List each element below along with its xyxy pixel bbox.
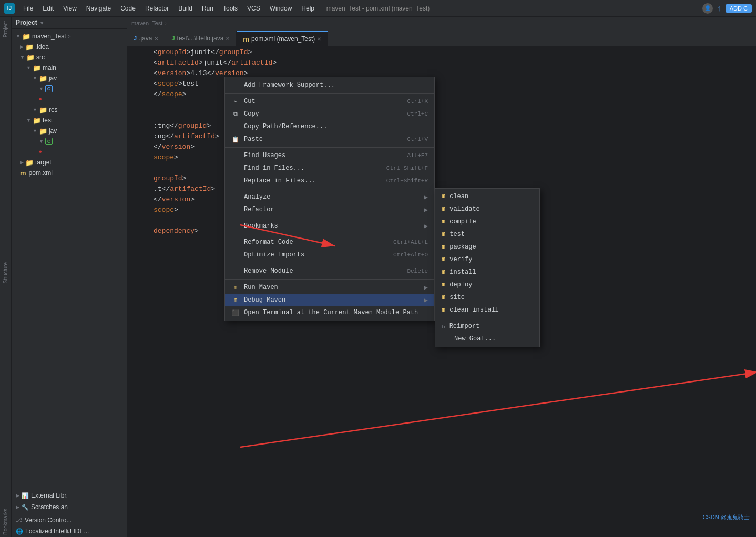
maven-clean-install-label: clean install — [449, 306, 499, 314]
maven-reimport[interactable]: ↻ Reimport — [435, 320, 539, 333]
ctx-debug-maven[interactable]: m Debug Maven ▶ — [225, 294, 434, 306]
ctx-analyze[interactable]: Analyze ▶ — [225, 191, 434, 203]
ctx-paste[interactable]: 📋 Paste Ctrl+V — [225, 133, 434, 146]
menu-navigate[interactable]: Navigate — [82, 3, 115, 14]
tree-class-g[interactable]: ▼ C — [12, 136, 127, 147]
tab-pom-close[interactable]: ✕ — [317, 36, 321, 42]
maven-deploy-label: deploy — [449, 281, 472, 288]
maven-clean[interactable]: m clean — [435, 190, 539, 203]
ctx-cut[interactable]: ✂ Cut Ctrl+X — [225, 95, 434, 108]
run-maven-icon: m — [231, 283, 240, 292]
menu-vcs[interactable]: VCS — [243, 3, 264, 14]
panel-chevron[interactable]: ▼ — [39, 20, 45, 26]
menu-build[interactable]: Build — [174, 3, 197, 14]
title-bar-right: 👤 ↑ ADD C — [702, 3, 752, 14]
tab-java1[interactable]: J .java ✕ — [127, 31, 165, 46]
terminal-icon: ⬛ — [231, 308, 240, 317]
xml-text: junit — [190, 48, 211, 56]
sidebar-tab-bookmarks[interactable]: Bookmarks — [2, 507, 9, 537]
ctx-run-maven[interactable]: m Run Maven ▶ — [225, 281, 434, 294]
menu-window[interactable]: Window — [265, 3, 297, 14]
left-sidebar-tabs: Project Structure Bookmarks — [0, 17, 12, 537]
maven-package[interactable]: m package — [435, 241, 539, 253]
menu-refactor[interactable]: Refactor — [141, 3, 173, 14]
maven-validate[interactable]: m validate — [435, 203, 539, 215]
menu-run[interactable]: Run — [198, 3, 218, 14]
menu-edit[interactable]: Edit — [38, 3, 58, 14]
xml-t9: artifactId — [170, 185, 211, 193]
tree-test[interactable]: ▼ 📁 test — [12, 115, 127, 126]
version-control-item[interactable]: ⎇ Version Contro... — [12, 514, 127, 525]
ctx-reformat[interactable]: Reformat Code Ctrl+Alt+L — [225, 236, 434, 249]
tree-res[interactable]: ▼ 📁 res — [12, 105, 127, 115]
maven-new-goal[interactable]: New Goal... — [435, 333, 539, 345]
user-avatar[interactable]: 👤 — [702, 3, 713, 14]
xml-txt: junit — [203, 59, 223, 67]
ctx-open-terminal[interactable]: ⬛ Open Terminal at the Current Maven Mod… — [225, 306, 434, 319]
add-button[interactable]: ADD C — [726, 4, 752, 13]
maven-site[interactable]: m site — [435, 291, 539, 304]
tree-scratches[interactable]: ▶ 🔧 Scratches an — [12, 501, 127, 513]
editor-content[interactable]: <groupId>junit</groupId> <artifactId>jun… — [127, 46, 756, 537]
maven-verify[interactable]: m verify — [435, 253, 539, 266]
tree-target[interactable]: ▶ 📁 target — [12, 157, 127, 168]
tree-idea-label: .idea — [35, 43, 49, 50]
title-bar: IJ File Edit View Navigate Code Refactor… — [0, 0, 756, 17]
maven-new-goal-label: New Goal... — [454, 335, 496, 343]
sidebar-tab-structure[interactable]: Structure — [2, 260, 9, 286]
tree-pom[interactable]: m pom.xml — [12, 168, 127, 178]
ctx-remove-module[interactable]: Remove Module Delete — [225, 265, 434, 277]
maven-deploy[interactable]: m deploy — [435, 278, 539, 291]
tree-class-c[interactable]: ▼ C — [12, 84, 127, 94]
tree-file-red[interactable]: • — [12, 94, 127, 105]
maven-reimport-label: Reimport — [449, 323, 480, 330]
tab-java2[interactable]: J test\...\Hello.java ✕ — [165, 31, 237, 46]
tab-java2-close[interactable]: ✕ — [226, 36, 230, 42]
ctx-add-framework[interactable]: Add Framework Support... — [225, 79, 434, 91]
menu-help[interactable]: Help — [297, 3, 319, 14]
ctx-sep-1 — [225, 93, 434, 94]
ctx-find-in-files[interactable]: Find in Files... Ctrl+Shift+F — [225, 162, 434, 174]
maven-submenu: m clean m validate m compile m test m — [435, 188, 540, 347]
tree-test-red[interactable]: • — [12, 147, 127, 157]
intellij-item[interactable]: 🌐 Localized IntelliJ IDE... — [12, 525, 127, 537]
maven-test[interactable]: m test — [435, 228, 539, 241]
menu-tools[interactable]: Tools — [219, 3, 242, 14]
xml-t2: artifactId — [231, 59, 272, 67]
code-line-6 — [127, 101, 756, 111]
ctx-find-usages-shortcut: Alt+F7 — [407, 152, 428, 159]
ctx-copy[interactable]: ⧉ Copy Ctrl+C — [225, 108, 434, 120]
maven-compile[interactable]: m compile — [435, 215, 539, 228]
menu-code[interactable]: Code — [116, 3, 140, 14]
ctx-replace-in-files[interactable]: Replace in Files... Ctrl+Shift+R — [225, 174, 434, 187]
menu-file[interactable]: File — [19, 3, 37, 14]
ctx-refactor[interactable]: Refactor ▶ — [225, 203, 434, 216]
tree-main-java[interactable]: ▼ 📁 jav — [12, 73, 127, 84]
ctx-optimize[interactable]: Optimize Imports Ctrl+Alt+O — [225, 249, 434, 261]
scratch-icon: 🔧 — [22, 504, 29, 511]
maven-install[interactable]: m install — [435, 266, 539, 278]
menu-view[interactable]: View — [59, 3, 81, 14]
sidebar-tab-project[interactable]: Project — [2, 19, 9, 39]
maven-clean-install[interactable]: m clean install — [435, 304, 539, 316]
update-icon[interactable]: ↑ — [717, 4, 721, 13]
tree-external-libs[interactable]: ▶ 📊 External Libr. — [12, 490, 127, 501]
tree-test-java[interactable]: ▼ 📁 jav — [12, 126, 127, 136]
tree-res-label: res — [49, 106, 58, 113]
tree-src[interactable]: ▼ 📁 src — [12, 52, 127, 63]
code-line-3: <version>4.13</version> — [127, 69, 756, 80]
tree-main[interactable]: ▼ 📁 main — [12, 63, 127, 73]
tree-idea[interactable]: ▶ 📁 .idea — [12, 42, 127, 52]
chevron-icon: ▶ — [20, 44, 24, 49]
maven-test-icon: m — [442, 231, 445, 238]
xml-b10: > — [178, 80, 182, 88]
ctx-analyze-arrow: ▶ — [424, 193, 428, 201]
tree-root[interactable]: ▼ 📁 maven_Test > — [12, 31, 127, 42]
ctx-copy-path[interactable]: Copy Path/Reference... — [225, 120, 434, 133]
tab-pom[interactable]: m pom.xml (maven_Test) ✕ — [237, 31, 328, 46]
ctx-bookmarks[interactable]: Bookmarks ▶ — [225, 220, 434, 232]
tab-java1-close[interactable]: ✕ — [154, 36, 158, 42]
ctx-remove-module-shortcut: Delete — [407, 268, 428, 274]
ctx-find-usages[interactable]: Find Usages Alt+F7 — [225, 149, 434, 162]
xml-b17: > — [174, 153, 178, 161]
